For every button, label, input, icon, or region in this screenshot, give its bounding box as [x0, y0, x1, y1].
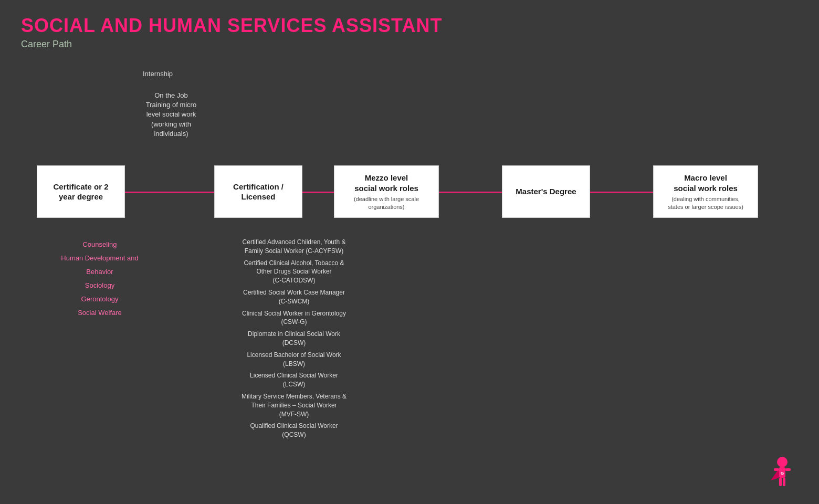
boxes-row: Certificate or 2year degree Certificatio… [21, 165, 788, 218]
box-certificate: Certificate or 2year degree [37, 165, 125, 218]
svg-rect-6 [785, 468, 791, 471]
box-mezzo: Mezzo levelsocial work roles (deadline w… [334, 165, 439, 218]
page-subtitle: Career Path [21, 39, 798, 50]
box-macro-subtitle: (dealing with communities,states or larg… [668, 195, 743, 211]
below-content: Counseling Human Development andBehavior… [21, 238, 788, 443]
page-title: SOCIAL AND HUMAN SERVICES ASSISTANT [21, 15, 798, 37]
svg-rect-4 [783, 478, 785, 486]
box-macro-title: Macro levelsocial work roles [668, 173, 743, 193]
box-masters: Master's Degree [502, 165, 590, 218]
list-item: Certified Advanced Children, Youth &Fami… [226, 238, 362, 256]
box-mezzo-title: Mezzo levelsocial work roles [354, 173, 419, 193]
list-item: Licensed Bachelor of Social Work(LBSW) [226, 351, 362, 369]
list-item: Social Welfare [37, 306, 163, 320]
certlist: Certified Advanced Children, Youth &Fami… [226, 238, 362, 443]
list-item: Licensed Clinical Social Worker(LCSW) [226, 371, 362, 389]
list-item: Human Development andBehavior [37, 251, 163, 279]
list-item: Certified Clinical Alcohol, Tobacco &Oth… [226, 259, 362, 285]
box-masters-title: Master's Degree [516, 186, 576, 197]
svg-text:G: G [781, 471, 784, 476]
box-mezzo-subtitle: (deadline with large scaleorganizations) [354, 195, 419, 211]
svg-rect-3 [779, 478, 782, 486]
label-ojt: On the JobTraining of microlevel social … [129, 91, 213, 139]
list-item: Counseling [37, 238, 163, 251]
box-certificate-title: Certificate or 2year degree [53, 182, 108, 202]
list-item: Gerontology [37, 292, 163, 306]
list-item: Sociology [37, 279, 163, 292]
svg-point-0 [777, 457, 788, 467]
header: SOCIAL AND HUMAN SERVICES ASSISTANT Care… [0, 0, 819, 54]
list-item: Certified Social Work Case Manager(C-SWC… [226, 288, 362, 306]
list-item: Diplomate in Clinical Social Work(DCSW) [226, 330, 362, 348]
list-item: Military Service Members, Veterans &Thei… [226, 392, 362, 418]
mascot-icon: G [756, 452, 798, 494]
box-certification-title: Certification /Licensed [233, 182, 284, 202]
mascot: G [756, 452, 798, 494]
list-item: Qualified Clinical Social Worker(QCSW) [226, 422, 362, 439]
box-certification: Certification /Licensed [214, 165, 302, 218]
list-item: Clinical Social Worker in Gerontology(CS… [226, 309, 362, 327]
svg-rect-5 [774, 468, 779, 471]
cert2-subjects: Counseling Human Development andBehavior… [37, 238, 163, 443]
label-internship: Internship [143, 70, 173, 78]
box-macro: Macro levelsocial work roles (dealing wi… [653, 165, 758, 218]
